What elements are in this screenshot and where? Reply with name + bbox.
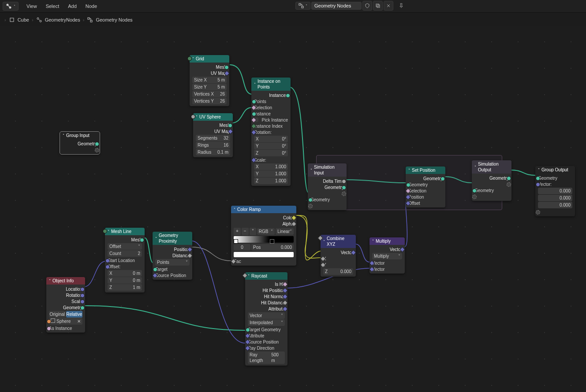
- output-socket-virtual[interactable]: [342, 192, 346, 196]
- input-socket-instance[interactable]: [252, 112, 256, 116]
- input-socket[interactable]: [246, 328, 250, 332]
- output-socket[interactable]: [80, 287, 85, 292]
- input-socket[interactable]: [153, 267, 157, 272]
- select-mode[interactable]: Linear: [276, 228, 294, 235]
- node-raycast[interactable]: ˅Raycast Is Hit Hit Position Hit Normal …: [245, 272, 287, 366]
- input-socket[interactable]: [406, 183, 411, 187]
- input-socket[interactable]: [536, 176, 540, 181]
- output-socket-instances[interactable]: [286, 93, 290, 98]
- field-off-x[interactable]: X0 m: [108, 270, 142, 277]
- select-mode[interactable]: Points: [155, 259, 190, 266]
- field-count[interactable]: Count2: [108, 250, 142, 257]
- remove-stop-button[interactable]: −: [242, 228, 249, 235]
- field-z[interactable]: Z0.000: [323, 268, 353, 275]
- menu-node[interactable]: Node: [81, 4, 101, 9]
- stop-index[interactable]: 0: [234, 244, 250, 251]
- output-socket-virtual[interactable]: [507, 182, 511, 187]
- breadcrumb-modifier[interactable]: GeometryNodes: [45, 17, 80, 22]
- node-group-input[interactable]: ˅Group Input Geometry: [60, 132, 100, 154]
- menu-view[interactable]: View: [22, 4, 41, 9]
- field-off-y[interactable]: Y0 m: [108, 277, 142, 284]
- select-attr-type[interactable]: Vector: [248, 312, 285, 319]
- color-ramp-widget[interactable]: [234, 236, 294, 243]
- select-mode[interactable]: Offset: [108, 243, 142, 250]
- input-socket[interactable]: [47, 326, 51, 331]
- field-verts-x[interactable]: Vertices X26: [192, 91, 227, 97]
- node-group-output[interactable]: ˅Group Output Geometry Vector: 0.000 0.0…: [535, 166, 575, 216]
- input-socket[interactable]: [105, 259, 110, 263]
- field-size-x[interactable]: Size X5 m: [192, 77, 227, 83]
- output-socket[interactable]: [140, 238, 144, 242]
- input-socket[interactable]: [536, 182, 540, 187]
- field-rot-y[interactable]: Y0°: [254, 143, 288, 149]
- field-ray-length[interactable]: Ray Length500 m: [248, 351, 285, 364]
- output-socket[interactable]: [342, 185, 346, 190]
- output-socket[interactable]: [80, 300, 85, 304]
- node-simulation-input[interactable]: ˅Simulation Input Delta Time Geometry Ge…: [308, 163, 347, 210]
- output-socket-mesh[interactable]: [224, 65, 229, 70]
- menu-add[interactable]: Add: [63, 4, 81, 9]
- breadcrumb-tree[interactable]: Geometry Nodes: [96, 17, 132, 22]
- field-vec-z[interactable]: 0.000: [538, 202, 572, 208]
- shield-icon[interactable]: [362, 1, 372, 11]
- field-radius[interactable]: Radius0.1 m: [196, 149, 230, 155]
- node-grid[interactable]: ˅Grid Mesh UV Map Size X5 m Size Y5 m Ve…: [190, 55, 229, 106]
- add-stop-button[interactable]: +: [234, 228, 241, 235]
- input-socket[interactable]: [187, 56, 192, 61]
- input-socket-virtual[interactable]: [308, 204, 313, 208]
- node-color-ramp[interactable]: ˅Color Ramp Color Alpha + − ˅ RGB Linear…: [231, 206, 296, 266]
- input-socket[interactable]: [308, 198, 313, 202]
- field-size-y[interactable]: Size Y5 m: [192, 84, 227, 90]
- node-vector-multiply[interactable]: ˅Multiply Vector Multiply Vector Vector: [370, 237, 405, 274]
- node-instance-on-points[interactable]: ˅Instance on Points Instances Points Sel…: [251, 78, 291, 186]
- field-verts-y[interactable]: Vertices Y26: [192, 98, 227, 104]
- field-pos[interactable]: Pos0.000: [251, 244, 294, 251]
- field-scale-z[interactable]: Z1.000: [254, 178, 288, 184]
- output-socket[interactable]: [342, 179, 346, 184]
- btn-relative[interactable]: Relative: [66, 311, 83, 318]
- btn-original[interactable]: Original: [49, 311, 66, 318]
- browse-nodetree-button[interactable]: ˅: [295, 2, 310, 10]
- input-socket-virtual[interactable]: [472, 195, 477, 199]
- tools-dropdown[interactable]: ˅: [250, 228, 256, 235]
- pin-icon[interactable]: [397, 1, 406, 10]
- stop-color-swatch[interactable]: [234, 252, 294, 257]
- output-socket-geometry[interactable]: [95, 142, 99, 146]
- input-socket-virtual[interactable]: [536, 210, 540, 214]
- nodetree-name-input[interactable]: [311, 2, 362, 10]
- output-socket[interactable]: [440, 177, 445, 181]
- node-canvas[interactable]: ˅Group Input Geometry ˅Grid Mesh UV Map …: [0, 26, 586, 392]
- field-vec-x[interactable]: 0.000: [538, 188, 572, 194]
- input-socket-points[interactable]: [252, 100, 256, 104]
- unlink-nodetree-button[interactable]: [384, 1, 393, 11]
- field-scale-x[interactable]: X1.000: [254, 163, 288, 170]
- node-mesh-line[interactable]: ˅Mesh Line Mesh Offset Count2 Start Loca…: [105, 228, 145, 292]
- node-uv-sphere[interactable]: ˅UV Sphere Mesh UV Map Segments32 Rings1…: [193, 113, 233, 157]
- select-interp[interactable]: Interpolated: [248, 319, 285, 326]
- ramp-stop[interactable]: [270, 239, 274, 244]
- field-rot-x[interactable]: X0°: [254, 136, 288, 142]
- breadcrumb-object[interactable]: Cube: [18, 17, 29, 22]
- field-vec-y[interactable]: 0.000: [538, 195, 572, 201]
- output-socket[interactable]: [507, 176, 511, 181]
- input-socket[interactable]: [191, 115, 195, 119]
- input-socket[interactable]: [103, 229, 107, 233]
- menu-select[interactable]: Select: [41, 4, 64, 9]
- ramp-stop[interactable]: [234, 239, 238, 244]
- duplicate-nodetree-button[interactable]: [373, 1, 383, 11]
- field-rot-z[interactable]: Z0°: [254, 150, 288, 156]
- field-off-z[interactable]: Z1 m: [108, 284, 142, 291]
- node-geometry-proximity[interactable]: ˅Geometry Proximity Position Distance Po…: [153, 232, 192, 280]
- field-object[interactable]: Sphere✕: [49, 318, 82, 325]
- input-socket[interactable]: [472, 189, 477, 193]
- editor-type-selector[interactable]: ˅: [3, 2, 19, 11]
- field-rings[interactable]: Rings16: [196, 142, 230, 148]
- output-socket-virtual[interactable]: [95, 148, 99, 152]
- select-op[interactable]: Multiply: [372, 253, 402, 259]
- input-socket[interactable]: [105, 265, 110, 269]
- input-socket[interactable]: [47, 319, 51, 324]
- field-segments[interactable]: Segments32: [196, 135, 230, 141]
- select-interp[interactable]: RGB: [257, 228, 275, 235]
- node-object-info[interactable]: ˅Object Info Location Rotation Scale Geo…: [46, 277, 85, 333]
- field-scale-y[interactable]: Y1.000: [254, 170, 288, 177]
